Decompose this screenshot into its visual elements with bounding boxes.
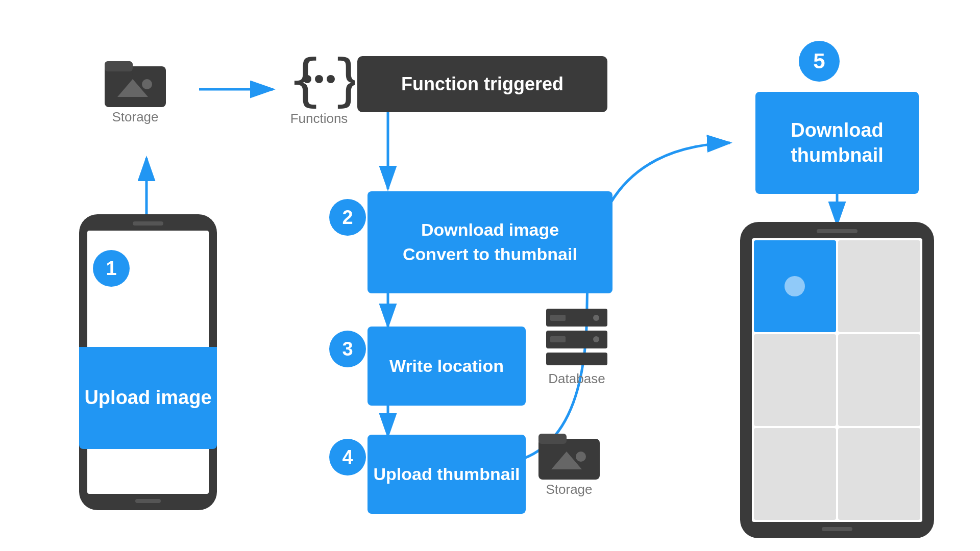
step-3-number: 3 [329,331,366,367]
step-4-number: 4 [329,439,366,475]
functions-svg: { } [283,48,355,110]
step-1-number: 1 [93,250,130,287]
step-1-box: Upload image [79,347,217,449]
step-2-box: Download image Convert to thumbnail [368,191,612,293]
grid-cell-1 [754,240,836,332]
svg-point-16 [315,75,323,83]
phone-btn-left [135,499,161,503]
svg-point-15 [303,75,311,83]
step-5-box: Download thumbnail [755,92,919,194]
phone-speaker-right [817,229,857,233]
functions-label: Functions [290,111,348,127]
database-svg [541,304,612,370]
storage-folder-svg [102,51,168,107]
database-label: Database [548,371,605,387]
function-triggered-box: Function triggered [357,56,607,112]
svg-rect-21 [550,315,566,321]
grid-cell-5 [754,428,836,520]
svg-point-17 [327,75,335,83]
storage-bottom-icon: Storage [536,423,602,497]
storage-top-label: Storage [112,109,158,125]
svg-point-22 [593,315,599,321]
functions-icon: { } Functions [283,48,355,127]
database-icon: Database [541,304,612,387]
storage-bottom-svg [536,423,602,480]
svg-text:}: } [332,48,355,110]
diagram: 1 Upload image Storage { } Functions [0,0,980,551]
phone-btn-right [822,527,852,531]
grid-cell-2 [838,240,920,332]
step-2-number: 2 [329,199,366,236]
step-5-number: 5 [799,41,840,82]
svg-point-28 [576,452,586,462]
grid-cell-4 [838,334,920,426]
right-phone [740,222,934,538]
right-phone-screen [752,238,922,522]
svg-rect-23 [550,336,566,342]
svg-point-24 [593,336,599,342]
svg-point-12 [142,79,152,89]
phone-speaker-left [133,221,163,226]
step-3-box: Write location [368,327,526,406]
storage-top-icon: Storage [102,51,168,125]
svg-rect-26 [538,434,567,444]
storage-bottom-label: Storage [546,482,592,497]
phone-screen-grid [752,238,922,522]
grid-circle [785,276,805,296]
grid-cell-6 [838,428,920,520]
grid-cell-3 [754,334,836,426]
svg-rect-20 [546,353,607,365]
svg-rect-10 [105,61,133,71]
step-4-box: Upload thumbnail [368,435,526,514]
